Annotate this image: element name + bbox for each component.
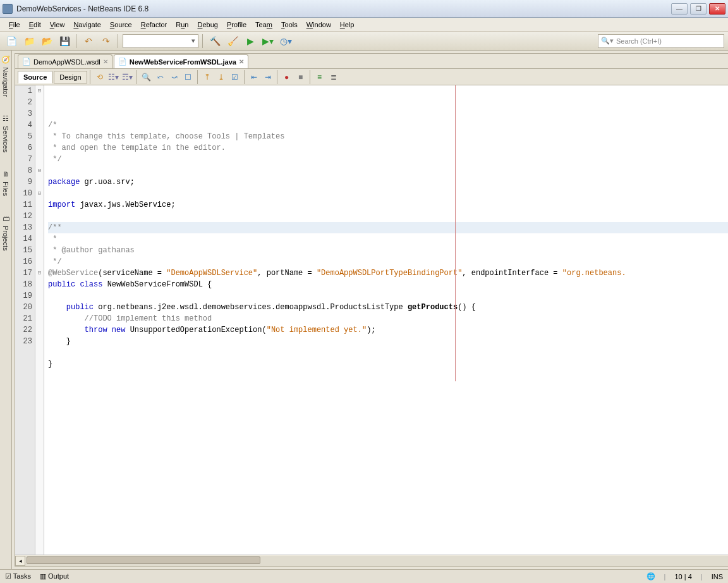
tasks-panel-button[interactable]: ☑ Tasks (5, 572, 31, 580)
maximize-button[interactable]: ❐ (690, 3, 707, 15)
source-mode-button[interactable]: Source (18, 71, 52, 83)
debug-button[interactable]: ▶▾ (260, 34, 276, 49)
tasks-icon: ☑ (5, 572, 11, 580)
separator (244, 70, 245, 84)
code-content[interactable]: /* * To change this template, choose Too… (44, 85, 728, 381)
minimize-button[interactable]: — (671, 3, 688, 15)
editor-toolbar: Source Design ⟲ ☷▾ ☶▾ 🔍 ⤺ ⤻ ☐ ⤒ ⤓ ☑ ⇤ ⇥ … (15, 69, 728, 85)
shift-left-button[interactable]: ⇤ (248, 71, 260, 83)
close-button[interactable]: ✕ (709, 3, 725, 15)
navigator-tab[interactable]: 🧭Navigator (0, 53, 11, 99)
caret-position: 10 | 4 (674, 573, 691, 580)
tab-close-icon[interactable]: ✕ (103, 58, 108, 65)
menu-file[interactable]: File (5, 20, 24, 30)
fold-gutter[interactable]: ⊟⊟⊟⊟ (35, 85, 44, 555)
file-tab-java[interactable]: 📄 NewWebServiceFromWSDL.java ✕ (114, 54, 248, 68)
open-button[interactable]: 📂 (39, 34, 54, 49)
macro-record-button[interactable]: ● (281, 71, 293, 83)
next-bookmark-button[interactable]: ⤓ (215, 71, 228, 83)
menu-source[interactable]: Source (106, 20, 136, 30)
search-placeholder: Search (Ctrl+I) (616, 37, 662, 45)
config-combo[interactable]: ▾ (123, 34, 198, 48)
left-sidepanel: 🧭Navigator ☷Services 🗎Files 🗃Projects (0, 51, 12, 569)
file-tab-label: NewWebServiceFromWSDL.java (130, 58, 236, 66)
projects-icon: 🗃 (1, 214, 10, 223)
undo-button[interactable]: ↶ (81, 34, 96, 49)
uncomment-button[interactable]: ≣ (327, 71, 340, 83)
horizontal-scrollbar[interactable]: ◂ ▸ (15, 555, 728, 566)
separator (197, 70, 198, 84)
projects-tab[interactable]: 🗃Projects (0, 212, 11, 254)
toggle-highlight-button[interactable]: ☐ (182, 71, 195, 83)
scroll-track[interactable] (25, 556, 728, 566)
new-file-button[interactable]: 📄 (4, 34, 19, 49)
output-panel-button[interactable]: ▥ Output (40, 572, 69, 580)
ide-body: 🧭Navigator ☷Services 🗎Files 🗃Projects 📄 … (0, 51, 728, 569)
statusbar: ☑ Tasks ▥ Output 🌐 | 10 | 4 | INS (0, 569, 728, 583)
run-button[interactable]: ▶ (243, 34, 258, 49)
menubar: File Edit View Navigate Source Refactor … (0, 18, 728, 32)
prev-bookmark-button[interactable]: ⤒ (201, 71, 214, 83)
tab-close-icon[interactable]: ✕ (239, 58, 244, 65)
separator (76, 34, 77, 48)
scroll-thumb[interactable] (27, 556, 260, 564)
menu-run[interactable]: Run (172, 20, 192, 30)
insert-mode: INS (712, 573, 723, 580)
menu-refactor[interactable]: Refactor (137, 20, 171, 30)
line-number-gutter: 1234567891011121314151617181920212223 (15, 85, 35, 555)
build-button[interactable]: 🔨 (207, 34, 222, 49)
menu-debug[interactable]: Debug (193, 20, 221, 30)
find-next-button[interactable]: ⤻ (168, 71, 181, 83)
menu-navigate[interactable]: Navigate (70, 20, 104, 30)
files-tab[interactable]: 🗎Files (0, 168, 11, 199)
menu-tools[interactable]: Tools (277, 20, 301, 30)
separator (90, 70, 91, 84)
java-file-icon: 📄 (118, 58, 127, 66)
menu-view[interactable]: View (46, 20, 69, 30)
save-all-button[interactable]: 💾 (57, 34, 72, 49)
search-field[interactable]: 🔍▾ Search (Ctrl+I) (598, 34, 724, 48)
menu-edit[interactable]: Edit (25, 20, 45, 30)
window-title: DemoWebServices - NetBeans IDE 6.8 (16, 4, 671, 13)
network-icon: 🌐 (646, 572, 655, 580)
separator (310, 70, 311, 84)
menu-profile[interactable]: Profile (223, 20, 250, 30)
macro-stop-button[interactable]: ■ (294, 71, 307, 83)
toggle-bookmark-button[interactable]: ☑ (229, 71, 241, 83)
editor-area: 📄 DemoAppWSDL.wsdl ✕ 📄 NewWebServiceFrom… (15, 53, 728, 567)
separator (118, 34, 119, 48)
comment-button[interactable]: ≡ (313, 71, 326, 83)
output-icon: ▥ (40, 572, 46, 580)
code-area: 1234567891011121314151617181920212223 ⊟⊟… (15, 85, 728, 555)
file-tab-wsdl[interactable]: 📄 DemoAppWSDL.wsdl ✕ (18, 54, 112, 68)
file-tabstrip: 📄 DemoAppWSDL.wsdl ✕ 📄 NewWebServiceFrom… (15, 54, 728, 69)
navigator-icon: 🧭 (1, 56, 10, 64)
menu-window[interactable]: Window (303, 20, 335, 30)
find-selection-button[interactable]: 🔍 (140, 71, 153, 83)
app-icon (3, 4, 13, 14)
main-toolbar: 📄 📁 📂 💾 ↶ ↷ ▾ 🔨 🧹 ▶ ▶▾ ◷▾ 🔍▾ Search (Ctr… (0, 32, 728, 51)
services-icon: ☷ (1, 114, 10, 123)
scroll-left-button[interactable]: ◂ (15, 556, 25, 566)
design-mode-button[interactable]: Design (54, 71, 87, 83)
search-icon: 🔍▾ (601, 37, 614, 45)
code-scroll[interactable]: /* * To change this template, choose Too… (44, 85, 728, 555)
files-icon: 🗎 (1, 170, 10, 179)
separator (136, 70, 138, 84)
file-tab-label: DemoAppWSDL.wsdl (33, 58, 100, 66)
redo-button[interactable]: ↷ (99, 34, 114, 49)
wsdl-file-icon: 📄 (22, 58, 31, 66)
last-edit-button[interactable]: ☶▾ (121, 71, 134, 83)
menu-team[interactable]: Team (252, 20, 276, 30)
services-tab[interactable]: ☷Services (0, 112, 11, 155)
menu-help[interactable]: Help (336, 20, 358, 30)
shift-right-button[interactable]: ⇥ (262, 71, 274, 83)
history-fwd-button[interactable]: ☷▾ (107, 71, 120, 83)
new-project-button[interactable]: 📁 (21, 34, 37, 49)
history-back-button[interactable]: ⟲ (94, 71, 106, 83)
window-buttons: — ❐ ✕ (671, 3, 725, 15)
separator (277, 70, 278, 84)
find-prev-button[interactable]: ⤺ (154, 71, 167, 83)
clean-build-button[interactable]: 🧹 (225, 34, 240, 49)
profile-button[interactable]: ◷▾ (278, 34, 293, 49)
